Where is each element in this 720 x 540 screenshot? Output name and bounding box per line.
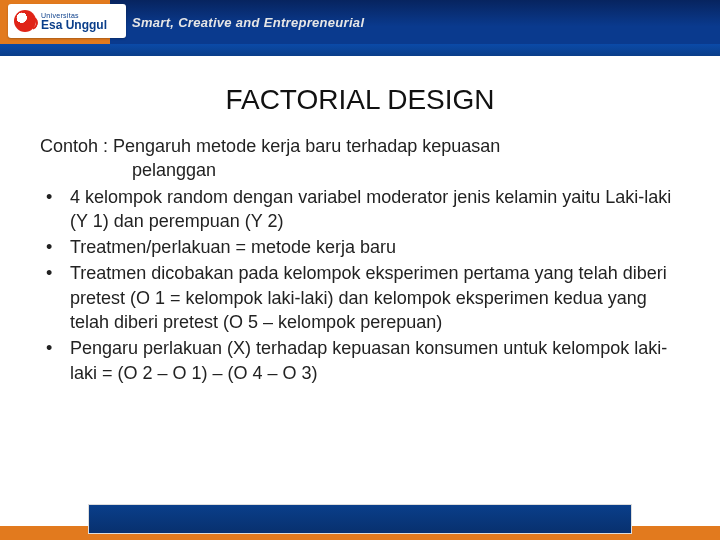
logo-line2: Esa Unggul — [41, 19, 107, 31]
slide-header: Smart, Creative and Entrepreneurial Univ… — [0, 0, 720, 56]
list-item: Treatmen/perlakuan = metode kerja baru — [40, 235, 680, 259]
header-tagline: Smart, Creative and Entrepreneurial — [132, 15, 364, 30]
slide-title: FACTORIAL DESIGN — [40, 84, 680, 116]
list-item: Treatmen dicobakan pada kelompok eksperi… — [40, 261, 680, 334]
lead-text: Contoh : Pengaruh metode kerja baru terh… — [40, 134, 680, 183]
list-item: Pengaru perlakuan (X) terhadap kepuasan … — [40, 336, 680, 385]
logo-icon — [14, 10, 36, 32]
bullet-list: 4 kelompok random dengan variabel modera… — [40, 185, 680, 385]
lead-line-1: Contoh : Pengaruh metode kerja baru terh… — [40, 136, 500, 156]
slide-content: FACTORIAL DESIGN Contoh : Pengaruh metod… — [0, 56, 720, 385]
lead-line-2: pelanggan — [40, 158, 680, 182]
slide-footer — [0, 500, 720, 540]
university-logo: Universitas Esa Unggul — [8, 4, 126, 38]
footer-blue-box — [88, 504, 632, 534]
header-blue-strip: Smart, Creative and Entrepreneurial — [110, 0, 720, 44]
header-underline-bar — [0, 44, 720, 56]
logo-text: Universitas Esa Unggul — [41, 12, 107, 31]
list-item: 4 kelompok random dengan variabel modera… — [40, 185, 680, 234]
